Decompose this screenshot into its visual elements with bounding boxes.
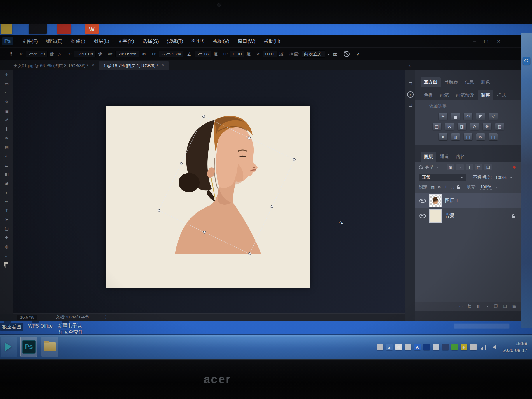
- history-brush-tool[interactable]: ↶: [0, 152, 13, 161]
- fill-input[interactable]: 100%: [479, 185, 492, 190]
- taskbar-explorer-button[interactable]: [41, 337, 58, 357]
- opacity-input[interactable]: 100%: [494, 175, 508, 180]
- y-input[interactable]: 1491.08: [74, 51, 96, 57]
- panel-menu-icon[interactable]: ≡: [513, 152, 517, 160]
- taskbar-media-player-button[interactable]: [1, 337, 18, 357]
- desktop-icon-wps[interactable]: W: [85, 24, 99, 34]
- selective-color-icon[interactable]: ◰: [489, 133, 498, 140]
- invert-icon[interactable]: ◙: [439, 133, 447, 140]
- lock-paint-icon[interactable]: ✑: [438, 185, 441, 189]
- menu-layer[interactable]: 图层(L): [89, 38, 113, 45]
- angle-input[interactable]: 25.18: [195, 51, 211, 57]
- tab-histogram[interactable]: 直方图: [421, 77, 441, 87]
- tab-layers[interactable]: 图层: [421, 152, 436, 162]
- gradient-map-icon[interactable]: ⊠: [476, 133, 485, 140]
- close-button[interactable]: ✕: [497, 38, 501, 44]
- reference-point-icon[interactable]: ⣿: [9, 51, 12, 57]
- search-icon[interactable]: [523, 57, 530, 65]
- tab-color[interactable]: 颜色: [478, 77, 493, 87]
- hand-tool[interactable]: ✣: [0, 233, 13, 242]
- tray-shield-icon[interactable]: [452, 344, 458, 350]
- pen-tool[interactable]: ✒: [0, 197, 13, 206]
- dodge-tool[interactable]: ◐: [0, 188, 13, 197]
- link-layers-icon[interactable]: ∞: [459, 304, 462, 309]
- move-tool[interactable]: ✛: [0, 70, 13, 79]
- interpolation-select[interactable]: 两次立方: [302, 50, 325, 58]
- color-balance-icon[interactable]: ⋈: [445, 123, 454, 130]
- doc-tab-untitled1[interactable]: 1 @ 16.7% (图层 1, RGB/8) * ×: [99, 61, 169, 70]
- blur-tool[interactable]: ◉: [0, 179, 13, 188]
- color-swatches[interactable]: [3, 261, 10, 269]
- v-skew-input[interactable]: 0.00: [263, 51, 277, 57]
- taskbar-photoshop-button[interactable]: Ps: [20, 337, 37, 357]
- status-options-chevron-icon[interactable]: 〉: [105, 315, 109, 320]
- tab-overflow-icon[interactable]: »: [409, 64, 411, 68]
- tray-clipboard-icon[interactable]: [470, 344, 477, 350]
- tray-app-navy-icon[interactable]: [424, 344, 430, 350]
- shape-tool[interactable]: ▢: [0, 224, 13, 233]
- vibrance-icon[interactable]: ▽: [489, 113, 498, 120]
- interpolation-caret-icon[interactable]: [327, 54, 330, 56]
- tab-brush-presets[interactable]: 画笔预设: [453, 90, 477, 100]
- photoshop-logo[interactable]: Ps: [2, 37, 13, 45]
- tab-adjustments[interactable]: 调整: [478, 90, 493, 100]
- filter-smartobject-icon[interactable]: ❏: [484, 164, 492, 170]
- commit-transform-icon[interactable]: ✓: [356, 51, 361, 57]
- menu-3d[interactable]: 3D(D): [187, 38, 209, 45]
- layer-row-layer1[interactable]: 图层 1: [415, 193, 521, 208]
- path-select-tool[interactable]: ➤: [0, 215, 13, 224]
- menu-image[interactable]: 图像(I): [66, 38, 89, 45]
- new-layer-icon[interactable]: ❏: [503, 304, 507, 309]
- fill-caret-icon[interactable]: [495, 187, 497, 189]
- layer-name[interactable]: 背景: [445, 213, 454, 219]
- tab-brush[interactable]: 画笔: [437, 90, 452, 100]
- posterize-icon[interactable]: ▨: [451, 133, 460, 140]
- blend-mode-select[interactable]: 正常: [419, 174, 466, 181]
- filter-type-icon[interactable]: T: [466, 164, 473, 170]
- layer-visibility-icon[interactable]: [419, 199, 426, 203]
- tray-app-home-icon[interactable]: [442, 344, 449, 350]
- quick-select-tool[interactable]: ✎: [0, 97, 13, 106]
- maximize-button[interactable]: ▢: [484, 38, 488, 44]
- add-mask-icon[interactable]: ◧: [477, 304, 480, 309]
- cancel-transform-icon[interactable]: [344, 51, 350, 57]
- photo-filter-icon[interactable]: ⊙: [470, 123, 479, 130]
- threshold-icon[interactable]: ◫: [464, 133, 473, 140]
- info-panel-icon[interactable]: i: [407, 91, 414, 98]
- lock-all-icon[interactable]: [457, 187, 460, 189]
- brush-tool[interactable]: ✑: [0, 134, 13, 143]
- brightness-contrast-icon[interactable]: ☀: [439, 113, 447, 120]
- lock-move-icon[interactable]: ✛: [444, 185, 447, 189]
- background-thumbnail[interactable]: [429, 209, 442, 223]
- lock-artboard-icon[interactable]: ▢: [451, 185, 454, 189]
- eraser-tool[interactable]: ▱: [0, 161, 13, 170]
- opacity-caret-icon[interactable]: [510, 177, 512, 179]
- volume-icon[interactable]: [491, 345, 496, 349]
- exposure-icon[interactable]: ◩: [476, 113, 485, 120]
- canvas-area[interactable]: ↷ 16.67% 文档:20.7M/0 字节 〉: [13, 70, 405, 321]
- curves-icon[interactable]: ◠: [464, 113, 473, 120]
- tray-clock[interactable]: 15:59 2020-08-17: [503, 340, 527, 354]
- h-skew-input[interactable]: 0.00: [230, 51, 244, 57]
- tab-info[interactable]: 信息: [462, 77, 477, 87]
- filter-pixel-icon[interactable]: ▣: [447, 164, 454, 170]
- width-input[interactable]: 249.65%: [116, 51, 139, 57]
- desktop-icon-folder[interactable]: [1, 24, 12, 34]
- tray-keyboard-icon[interactable]: [377, 344, 383, 350]
- layer-style-icon[interactable]: fx: [468, 304, 471, 309]
- desktop-shortcut-viewer[interactable]: 极速看图: [0, 323, 23, 331]
- menu-edit[interactable]: 编辑(E): [42, 38, 67, 45]
- channel-mixer-icon[interactable]: ❖: [483, 123, 491, 130]
- height-input[interactable]: -225.93%: [159, 51, 183, 57]
- toolbox-more-icon[interactable]: ⋯: [0, 254, 13, 258]
- relative-position-icon[interactable]: △: [58, 51, 61, 57]
- tray-show-hidden-icon[interactable]: ▴: [386, 344, 393, 350]
- lasso-tool[interactable]: ◠: [0, 88, 13, 97]
- type-tool[interactable]: T: [0, 206, 13, 215]
- new-group-icon[interactable]: ❐: [494, 304, 498, 309]
- menu-filter[interactable]: 滤镜(T): [163, 38, 188, 45]
- layer-thumbnail[interactable]: [429, 194, 442, 207]
- desktop-icon-app-dark[interactable]: [29, 24, 47, 34]
- tray-app-yellow-icon[interactable]: ✚: [461, 344, 467, 350]
- tray-app-gray-icon[interactable]: [405, 344, 411, 350]
